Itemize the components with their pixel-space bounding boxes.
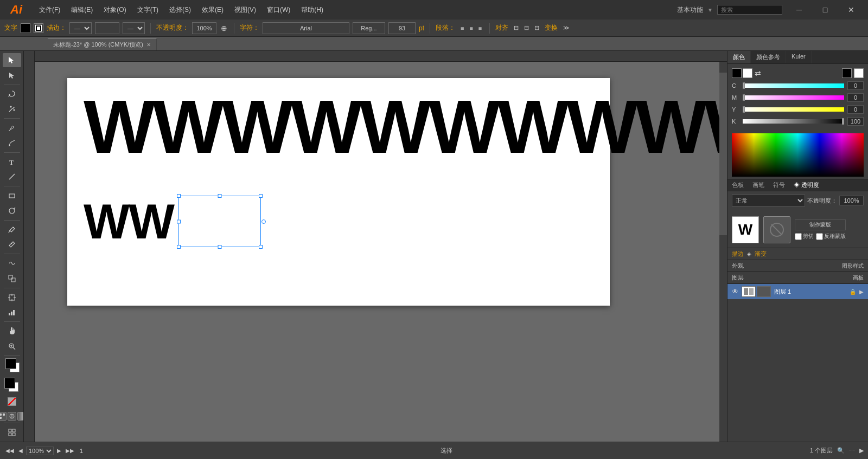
appearance-label[interactable]: 外观: [732, 262, 744, 270]
selected-text-ww[interactable]: WW: [84, 197, 174, 246]
zoom-select[interactable]: 100%: [26, 447, 54, 455]
opacity-panel-input[interactable]: [839, 196, 864, 205]
handle-top-right[interactable]: [259, 194, 263, 198]
k-slider-track[interactable]: [743, 119, 844, 124]
type-tool-btn[interactable]: T: [3, 155, 21, 169]
prev-page-btn[interactable]: ◀◀: [4, 447, 15, 455]
blob-tool-btn[interactable]: [3, 204, 21, 218]
swap-colors-icon[interactable]: ⇄: [755, 69, 761, 77]
zoom-tool-btn[interactable]: [3, 339, 21, 353]
m-slider-thumb[interactable]: [743, 94, 745, 101]
layer-expand-icon[interactable]: ▶: [859, 289, 864, 295]
selection-tool-btn[interactable]: [3, 53, 21, 67]
stroke-section-label[interactable]: 描边: [732, 250, 744, 258]
artboard-label[interactable]: 画板: [853, 274, 864, 282]
gradient-btn[interactable]: [17, 412, 24, 421]
fill-color-swatch[interactable]: [5, 358, 16, 369]
tab-symbols[interactable]: 符号: [769, 179, 789, 191]
fg-color-box[interactable]: [732, 68, 742, 78]
lasso-tool-btn[interactable]: [3, 87, 21, 101]
menu-file[interactable]: 文件(F): [37, 4, 62, 16]
layer-label[interactable]: 图层: [732, 274, 744, 282]
fill-swatch[interactable]: [21, 23, 30, 33]
handle-bottom-left[interactable]: [177, 245, 181, 249]
search-input[interactable]: [717, 5, 782, 15]
next-page-btn[interactable]: ▶▶: [65, 447, 75, 455]
canvas-vertical-scrollbar[interactable]: [719, 62, 727, 442]
align-center-btn[interactable]: ≡: [467, 24, 475, 33]
k-slider-thumb[interactable]: [842, 118, 844, 125]
artboards-panel-btn[interactable]: [3, 425, 21, 439]
stroke-value-input[interactable]: [95, 22, 119, 34]
k-value-input[interactable]: [847, 117, 864, 126]
tab-close-btn[interactable]: ✕: [146, 42, 151, 48]
minimize-button[interactable]: ─: [787, 0, 812, 20]
eyedropper-tool-btn[interactable]: [3, 223, 21, 237]
align-right-btn[interactable]: ≡: [476, 24, 484, 33]
font-family-input[interactable]: [263, 22, 349, 34]
canvas-area[interactable]: WWWWWWWWWWWW WW: [24, 51, 727, 442]
align-btn-3[interactable]: ⊟: [532, 23, 541, 33]
menu-edit[interactable]: 编辑(E): [69, 4, 95, 16]
bg-color-box[interactable]: [743, 68, 752, 78]
menu-select[interactable]: 选择(S): [167, 4, 193, 16]
align-btn-1[interactable]: ⊟: [512, 23, 521, 33]
artboard-tool-btn[interactable]: [3, 290, 21, 305]
line-tool-btn[interactable]: [3, 170, 21, 184]
menu-effect[interactable]: 效果(E): [200, 4, 226, 16]
white-swatch[interactable]: [854, 68, 864, 78]
maximize-button[interactable]: □: [813, 0, 838, 20]
workspace-dropdown-icon[interactable]: ▼: [707, 7, 713, 13]
y-slider-track[interactable]: [743, 107, 844, 112]
gradient-section-label[interactable]: 渐变: [755, 250, 767, 258]
make-mask-btn[interactable]: 制作蒙版: [795, 219, 846, 230]
align-left-btn[interactable]: ≡: [458, 24, 466, 33]
warp-tool-btn[interactable]: [3, 256, 21, 270]
handle-middle-left[interactable]: [177, 219, 181, 223]
prev-btn[interactable]: ◀: [17, 447, 24, 455]
layer-lock-icon[interactable]: 🔒: [850, 289, 856, 295]
invert-checkbox[interactable]: [816, 233, 823, 240]
pattern-btn[interactable]: [8, 412, 16, 421]
menu-help[interactable]: 帮助(H): [299, 4, 326, 16]
stroke-weight-select[interactable]: —: [69, 22, 92, 34]
menu-window[interactable]: 窗口(W): [265, 4, 292, 16]
black-swatch[interactable]: [842, 68, 852, 78]
tab-color[interactable]: 颜色: [727, 51, 751, 63]
magic-wand-tool-btn[interactable]: [3, 102, 21, 116]
graphic-style-label[interactable]: 图形样式: [842, 262, 864, 270]
font-style-input[interactable]: [353, 22, 385, 34]
direct-selection-tool-btn[interactable]: [3, 68, 21, 82]
measure-tool-btn[interactable]: [3, 238, 21, 252]
more-options-btn[interactable]: ≫: [561, 23, 572, 33]
menu-type[interactable]: 文字(T): [135, 4, 161, 16]
font-size-input[interactable]: [388, 22, 416, 34]
pencil-tool-btn[interactable]: [3, 136, 21, 150]
tab-color-guide[interactable]: 颜色参考: [751, 51, 786, 63]
handle-bottom-right[interactable]: [259, 245, 263, 249]
align-btn-2[interactable]: ⊟: [522, 23, 531, 33]
c-slider-track[interactable]: [743, 83, 844, 88]
tab-swatches[interactable]: 色板: [727, 179, 748, 191]
rectangle-tool-btn[interactable]: [3, 189, 21, 203]
menu-view[interactable]: 视图(V): [232, 4, 258, 16]
stroke-type-select[interactable]: —: [123, 22, 145, 34]
close-button[interactable]: ✕: [839, 0, 864, 20]
tab-kuler[interactable]: Kuler: [786, 51, 812, 63]
handle-bottom-middle[interactable]: [218, 245, 222, 249]
next-btn[interactable]: ▶: [56, 447, 62, 455]
blend-mode-select[interactable]: 正常: [732, 195, 805, 206]
color-spectrum[interactable]: [732, 133, 864, 177]
y-slider-thumb[interactable]: [743, 106, 745, 113]
c-value-input[interactable]: [847, 81, 864, 90]
status-search-icon[interactable]: 🔍: [837, 447, 845, 454]
layer-visibility-icon[interactable]: 👁: [732, 288, 738, 295]
menu-object[interactable]: 对象(O): [101, 4, 128, 16]
m-value-input[interactable]: [847, 93, 864, 102]
m-slider-track[interactable]: [743, 95, 844, 100]
symbol-btn[interactable]: [0, 412, 7, 421]
status-more-icon[interactable]: ⋯: [849, 447, 855, 454]
stroke-swatch-container[interactable]: [34, 23, 43, 33]
opacity-icon[interactable]: ⊕: [220, 23, 228, 34]
pen-tool-btn[interactable]: [3, 121, 21, 135]
